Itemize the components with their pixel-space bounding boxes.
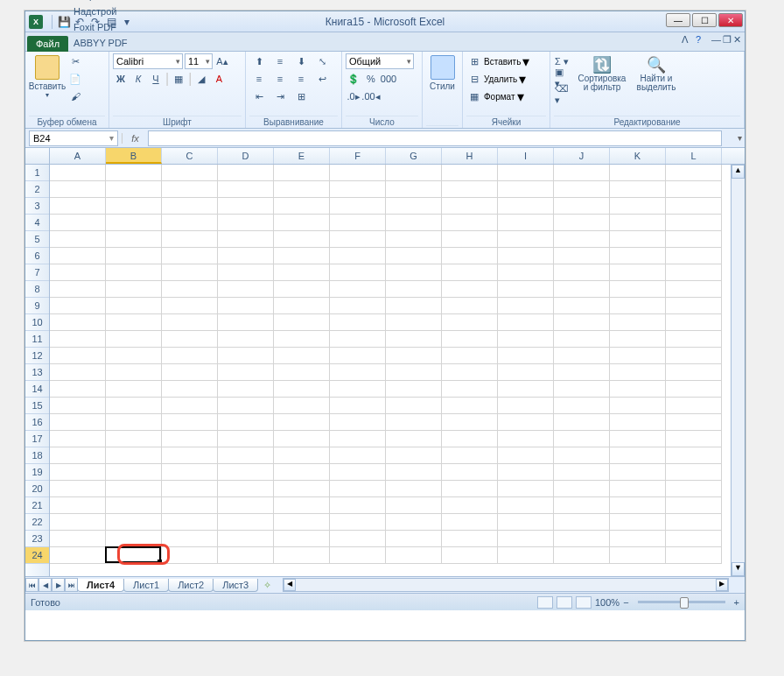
zoom-out-icon[interactable]: − <box>623 597 628 608</box>
help-icon[interactable]: ? <box>696 34 701 46</box>
column-header[interactable]: G <box>386 148 442 164</box>
increase-font-icon[interactable]: A▴ <box>214 53 230 69</box>
name-box[interactable]: B24 <box>29 130 118 146</box>
row-header[interactable]: 4 <box>25 215 49 231</box>
align-bottom-icon[interactable]: ⬇ <box>291 53 311 69</box>
ribbon-tab[interactable]: ABBYY PDF <box>68 35 133 51</box>
minimize-button[interactable]: — <box>666 13 690 27</box>
sheet-tab-active[interactable]: Лист4 <box>77 579 124 592</box>
fx-icon[interactable]: fx <box>122 133 148 144</box>
ribbon-minimize-icon[interactable]: ᐱ <box>682 34 689 46</box>
column-header[interactable]: L <box>666 148 722 164</box>
underline-button[interactable]: Ч <box>148 71 164 87</box>
row-header[interactable]: 9 <box>25 298 49 314</box>
new-sheet-icon[interactable]: ✧ <box>258 580 276 591</box>
view-normal-icon[interactable] <box>537 596 553 609</box>
row-header[interactable]: 21 <box>25 497 49 514</box>
row-header[interactable]: 24 <box>25 547 49 564</box>
orientation-icon[interactable]: ⤡ <box>312 53 332 69</box>
doc-restore-icon[interactable]: ❐ <box>723 34 732 46</box>
sheet-tab[interactable]: Лист3 <box>213 579 258 592</box>
row-header[interactable]: 5 <box>25 231 49 248</box>
row-header[interactable]: 7 <box>25 264 49 281</box>
row-header[interactable]: 23 <box>25 531 49 547</box>
delete-cells-button[interactable]: ⊟Удалить ▾ <box>466 71 526 88</box>
column-header[interactable]: I <box>498 148 554 164</box>
bold-button[interactable]: Ж <box>113 71 129 87</box>
merge-cells-icon[interactable]: ⊞ <box>291 88 311 104</box>
doc-close-icon[interactable]: ✕ <box>733 34 741 46</box>
zoom-slider[interactable] <box>638 601 725 603</box>
increase-indent-icon[interactable]: ⇥ <box>270 88 290 104</box>
currency-icon[interactable]: 💲 <box>346 71 361 87</box>
column-header[interactable]: F <box>330 148 386 164</box>
align-left-icon[interactable]: ≡ <box>249 71 269 87</box>
horizontal-scrollbar[interactable]: ◀ ▶ <box>283 578 729 592</box>
column-header[interactable]: J <box>554 148 610 164</box>
row-header[interactable]: 15 <box>25 398 49 414</box>
select-all-corner[interactable] <box>25 148 50 164</box>
close-button[interactable]: ✕ <box>718 13 743 27</box>
increase-decimal-icon[interactable]: .0▸ <box>346 88 361 104</box>
row-header[interactable]: 22 <box>25 514 49 531</box>
row-header[interactable]: 8 <box>25 281 49 298</box>
font-size-combo[interactable]: 11 <box>185 53 213 69</box>
format-cells-button[interactable]: ▦Формат ▾ <box>466 88 524 105</box>
row-header[interactable]: 16 <box>25 414 49 431</box>
zoom-level[interactable]: 100% <box>595 597 620 608</box>
ribbon-tab[interactable]: Надстрой <box>68 4 133 19</box>
sheet-nav-prev-icon[interactable]: ◀ <box>38 578 52 592</box>
sheet-nav-last-icon[interactable]: ⏭ <box>65 578 78 592</box>
formula-input[interactable] <box>148 130 722 146</box>
doc-minimize-icon[interactable]: — <box>711 34 721 46</box>
column-header[interactable]: E <box>274 148 330 164</box>
insert-cells-button[interactable]: ⊞Вставить ▾ <box>466 53 529 70</box>
row-header[interactable]: 10 <box>25 314 49 331</box>
row-header[interactable]: 18 <box>25 447 49 464</box>
row-header[interactable]: 14 <box>25 381 49 398</box>
clear-icon[interactable]: ⌫ ▾ <box>554 87 570 102</box>
align-center-icon[interactable]: ≡ <box>270 71 290 87</box>
row-header[interactable]: 13 <box>25 364 49 381</box>
sort-filter-button[interactable]: 🔃 Сортировка и фильтр <box>575 53 629 109</box>
scroll-up-icon[interactable]: ▲ <box>732 165 745 179</box>
sheet-nav-first-icon[interactable]: ⏮ <box>25 578 38 592</box>
format-painter-icon[interactable]: 🖌 <box>67 88 83 104</box>
copy-icon[interactable]: 📄 <box>67 71 83 87</box>
column-header[interactable]: D <box>218 148 274 164</box>
row-header[interactable]: 6 <box>25 248 49 264</box>
fill-color-icon[interactable]: ◢ <box>193 71 209 87</box>
decrease-decimal-icon[interactable]: .00◂ <box>363 88 379 104</box>
row-header[interactable]: 3 <box>25 198 49 215</box>
column-header[interactable]: K <box>610 148 666 164</box>
vertical-scrollbar[interactable]: ▲ ▼ <box>731 165 745 576</box>
find-select-button[interactable]: 🔍 Найти и выделить <box>631 53 682 109</box>
decrease-indent-icon[interactable]: ⇤ <box>249 88 269 104</box>
row-header[interactable]: 11 <box>25 331 49 348</box>
column-header[interactable]: A <box>50 148 106 164</box>
align-top-icon[interactable]: ⬆ <box>249 53 269 69</box>
font-color-icon[interactable]: A <box>211 71 227 87</box>
row-header[interactable]: 20 <box>25 481 49 497</box>
cut-icon[interactable]: ✂ <box>67 53 83 69</box>
row-header[interactable]: 19 <box>25 464 49 481</box>
sheet-tab[interactable]: Лист2 <box>168 579 214 592</box>
italic-button[interactable]: К <box>130 71 146 87</box>
row-header[interactable]: 17 <box>25 431 49 447</box>
percent-icon[interactable]: % <box>363 71 379 87</box>
expand-formula-bar-icon[interactable]: ▾ <box>734 133 745 143</box>
scroll-left-icon[interactable]: ◀ <box>284 579 296 591</box>
column-header[interactable]: B <box>106 148 162 164</box>
number-format-combo[interactable]: Общий <box>346 53 414 69</box>
align-middle-icon[interactable]: ≡ <box>270 53 290 69</box>
comma-style-icon[interactable]: 000 <box>381 71 396 87</box>
sheet-tab[interactable]: Лист1 <box>123 579 169 592</box>
column-header[interactable]: C <box>162 148 218 164</box>
sheet-nav-next-icon[interactable]: ▶ <box>52 578 65 592</box>
styles-button[interactable]: Стили <box>426 53 458 109</box>
scroll-down-icon[interactable]: ▼ <box>732 562 745 576</box>
row-header[interactable]: 2 <box>25 181 49 198</box>
paste-button[interactable]: Вставить▾ <box>29 53 66 109</box>
zoom-in-icon[interactable]: + <box>734 597 739 608</box>
row-header[interactable]: 1 <box>25 165 49 181</box>
